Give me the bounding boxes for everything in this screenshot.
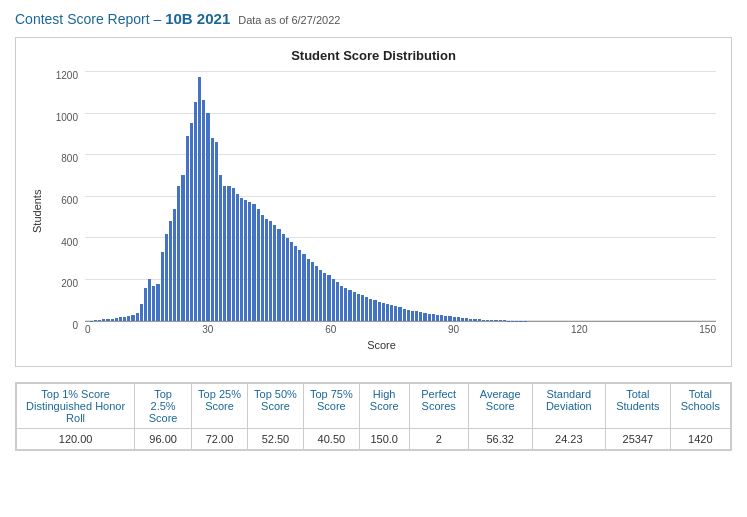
bar — [403, 309, 406, 322]
x-tick: 0 — [85, 324, 91, 335]
bar — [315, 266, 318, 321]
bar — [252, 204, 255, 321]
chart-area: Students 120010008006004002000 030609012… — [31, 71, 716, 351]
table-header: Top 50% Score — [247, 384, 303, 429]
bar — [373, 300, 376, 321]
bars-area — [85, 71, 716, 321]
bar — [223, 186, 226, 321]
bar — [423, 313, 426, 321]
bar — [194, 102, 197, 321]
bar — [340, 286, 343, 321]
bar — [202, 100, 205, 321]
bar — [307, 259, 310, 322]
table-row: 120.0096.0072.0052.5040.50150.0256.3224.… — [17, 429, 731, 450]
bar — [469, 319, 472, 321]
bar — [415, 311, 418, 321]
contest-name: 10B 2021 — [165, 10, 230, 27]
table-cell: 25347 — [606, 429, 671, 450]
bar — [277, 229, 280, 321]
table-header: High Score — [359, 384, 409, 429]
bar — [294, 246, 297, 321]
x-tick: 150 — [699, 324, 716, 335]
table-header: Top 2.5% Score — [135, 384, 192, 429]
x-axis-label: Score — [47, 339, 716, 351]
bar — [490, 320, 493, 321]
table-header: Standard Deviation — [532, 384, 606, 429]
page-title: Contest Score Report – 10B 2021Data as o… — [15, 10, 732, 27]
bar — [357, 294, 360, 321]
bar — [215, 142, 218, 321]
bar — [411, 311, 414, 321]
table-header: Total Schools — [670, 384, 730, 429]
bar — [102, 319, 105, 321]
bar — [436, 315, 439, 321]
title-prefix: Contest Score Report – — [15, 11, 165, 27]
bar — [453, 317, 456, 321]
bar — [382, 303, 385, 321]
chart-inner: 120010008006004002000 0306090120150 Scor… — [47, 71, 716, 351]
bar — [173, 209, 176, 322]
x-axis-ticks: 0306090120150 — [85, 322, 716, 337]
bar — [140, 304, 143, 321]
bar — [165, 234, 168, 322]
bar — [206, 113, 209, 321]
bar — [457, 317, 460, 321]
table-cell: 52.50 — [247, 429, 303, 450]
bar — [440, 315, 443, 321]
bar — [332, 279, 335, 321]
table-header: Top 75% Score — [303, 384, 359, 429]
bar — [365, 297, 368, 321]
table-cell: 40.50 — [303, 429, 359, 450]
bar — [181, 175, 184, 321]
bar — [156, 284, 159, 322]
bar — [369, 299, 372, 322]
table-cell: 24.23 — [532, 429, 606, 450]
bar — [127, 316, 130, 321]
table-cell: 120.00 — [17, 429, 135, 450]
bar — [219, 175, 222, 321]
bar — [478, 319, 481, 321]
bar — [236, 194, 239, 321]
bar — [461, 318, 464, 321]
bar — [378, 302, 381, 321]
bar — [177, 186, 180, 321]
bar — [282, 234, 285, 322]
bar — [148, 279, 151, 321]
bar — [482, 320, 485, 321]
bar — [353, 292, 356, 321]
x-tick: 120 — [571, 324, 588, 335]
table-cell: 1420 — [670, 429, 730, 450]
bar — [302, 254, 305, 321]
bar — [323, 273, 326, 321]
bar — [119, 317, 122, 321]
data-date: Data as of 6/27/2022 — [238, 14, 340, 26]
bar — [115, 318, 118, 321]
bar — [144, 288, 147, 321]
bar — [336, 282, 339, 321]
table-cell: 56.32 — [468, 429, 532, 450]
bar — [106, 319, 109, 321]
bar — [269, 221, 272, 321]
bar — [428, 314, 431, 321]
table-header: Top 1% Score Distinguished Honor Roll — [17, 384, 135, 429]
bar — [286, 238, 289, 321]
bar — [261, 215, 264, 321]
bar — [131, 315, 134, 321]
bar — [473, 319, 476, 321]
bar — [486, 320, 489, 321]
bar — [499, 320, 502, 321]
bar — [494, 320, 497, 321]
bar — [419, 312, 422, 321]
bar — [227, 186, 230, 321]
bar — [244, 200, 247, 321]
table-container: Top 1% Score Distinguished Honor RollTop… — [15, 382, 732, 451]
page-container: Contest Score Report – 10B 2021Data as o… — [0, 0, 747, 461]
bar — [94, 320, 97, 321]
table-cell: 72.00 — [192, 429, 248, 450]
y-axis-label: Students — [31, 71, 43, 351]
bar — [319, 270, 322, 321]
bar — [444, 316, 447, 321]
bar — [503, 320, 506, 321]
x-tick: 90 — [448, 324, 459, 335]
bar — [232, 188, 235, 321]
